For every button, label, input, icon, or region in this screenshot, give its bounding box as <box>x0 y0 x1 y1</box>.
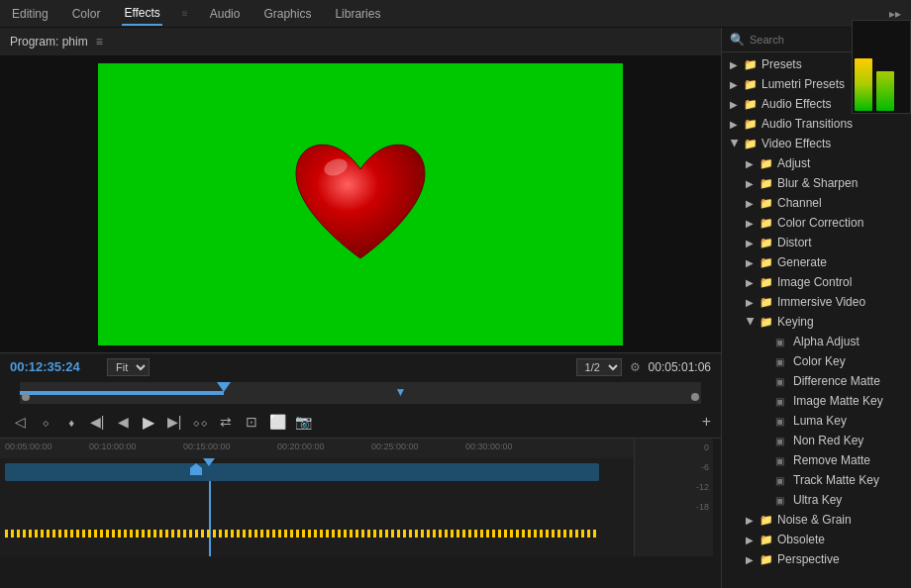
tree-item-difference-matte[interactable]: ▶ ▣ Difference Matte <box>754 371 911 391</box>
tree-item-keying[interactable]: ▶ 📁 Keying <box>738 312 911 332</box>
tree-item-color-key[interactable]: ▶ ▣ Color Key <box>754 351 911 371</box>
scrubber-fill <box>20 391 224 395</box>
tree-item-distort[interactable]: ▶ 📁 Distort <box>738 233 911 252</box>
tree-item-obsolete[interactable]: ▶ 📁 Obsolete <box>738 530 911 549</box>
tree-item-non-red-key[interactable]: ▶ ▣ Non Red Key <box>754 431 911 450</box>
tree-item-generate[interactable]: ▶ 📁 Generate <box>738 252 911 272</box>
monitor-header: Program: phim ≡ <box>0 28 721 55</box>
nav-editing[interactable]: Editing <box>10 3 51 25</box>
tree-item-track-matte-key[interactable]: ▶ ▣ Track Matte Key <box>754 470 911 490</box>
back-frame-button[interactable]: ◀| <box>87 414 107 430</box>
tree-label-obsolete: Obsolete <box>777 533 825 546</box>
effect-luma-key-icon: ▣ <box>775 416 789 427</box>
safe-margin-button[interactable]: ⊡ <box>242 414 261 430</box>
export-frame-button[interactable]: ⬜ <box>267 414 287 430</box>
tree-item-immersive-video[interactable]: ▶ 📁 Immersive Video <box>738 292 911 312</box>
mark-in-button[interactable]: ◁ <box>10 414 30 430</box>
tree-label-presets: Presets <box>761 57 802 71</box>
folder-blur-sharpen-icon: 📁 <box>759 177 773 190</box>
tree-label-color-key: Color Key <box>793 354 846 368</box>
tree-item-luma-key[interactable]: ▶ ▣ Luma Key <box>754 411 911 431</box>
tree-item-channel[interactable]: ▶ 📁 Channel <box>738 193 911 213</box>
tree-label-adjust: Adjust <box>777 156 810 170</box>
tree-item-image-matte-key[interactable]: ▶ ▣ Image Matte Key <box>754 391 911 411</box>
tree-label-audio-effects: Audio Effects <box>761 97 832 111</box>
tree-item-adjust[interactable]: ▶ 📁 Adjust <box>738 153 911 173</box>
folder-obsolete-icon: 📁 <box>759 534 773 546</box>
chevron-audio-effects: ▶ <box>730 99 740 110</box>
in-point-circle <box>22 393 30 401</box>
back-button[interactable]: ◀ <box>113 414 133 430</box>
tree-label-video-effects: Video Effects <box>761 137 831 150</box>
chevron-blur-sharpen: ▶ <box>746 178 756 189</box>
effect-remove-matte-icon: ▣ <box>775 455 789 466</box>
track-clip-1[interactable] <box>5 463 599 481</box>
tree-label-channel: Channel <box>777 196 822 210</box>
ruler-mark-0: 00:05:00:00 <box>5 441 52 451</box>
meter-label-2: -12 <box>696 482 709 492</box>
current-timecode: 00:12:35:24 <box>10 359 99 374</box>
folder-generate-icon: 📁 <box>759 256 773 269</box>
tree-item-image-control[interactable]: ▶ 📁 Image Control <box>738 272 911 292</box>
nav-audio[interactable]: Audio <box>208 3 243 25</box>
tree-item-color-correction[interactable]: ▶ 📁 Color Correction <box>738 213 911 233</box>
forward-button[interactable]: ▶| <box>164 414 184 430</box>
tree-item-alpha-adjust[interactable]: ▶ ▣ Alpha Adjust <box>754 332 911 351</box>
tree-label-non-red-key: Non Red Key <box>793 434 863 447</box>
meter-label-3: -18 <box>696 502 709 512</box>
folder-distort-icon: 📁 <box>759 237 773 249</box>
folder-image-control-icon: 📁 <box>759 276 773 289</box>
prev-edit-button[interactable]: ⬧ <box>61 414 81 430</box>
timeline-left[interactable]: 00:05:00:00 00:10:00:00 00:15:00:00 00:2… <box>0 439 634 556</box>
more-options-icon[interactable]: ▸▸ <box>889 7 901 21</box>
nav-color[interactable]: Color <box>70 3 103 25</box>
chevron-lumetri: ▶ <box>730 79 740 90</box>
tree-label-blur-sharpen: Blur & Sharpen <box>777 176 858 190</box>
duration-timecode: 00:05:01:06 <box>649 360 711 374</box>
play-button[interactable]: ▶ <box>139 413 158 432</box>
step-back-button[interactable]: ⬦ <box>36 414 55 430</box>
tree-item-audio-transitions[interactable]: ▶ 📁 Audio Transitions <box>722 114 911 134</box>
search-icon: 🔍 <box>730 33 745 47</box>
tree-label-difference-matte: Difference Matte <box>793 374 880 388</box>
tree-item-ultra-key[interactable]: ▶ ▣ Ultra Key <box>754 490 911 510</box>
chevron-perspective: ▶ <box>746 554 756 565</box>
tree-item-video-effects[interactable]: ▶ 📁 Video Effects <box>722 134 911 153</box>
timeline-meter: 0 -6 -12 -18 <box>634 439 713 556</box>
loop-button[interactable]: ⇄ <box>216 414 236 430</box>
nav-graphics[interactable]: Graphics <box>261 3 313 25</box>
monitor-menu-icon[interactable]: ≡ <box>96 35 103 49</box>
settings-icon[interactable]: ⚙ <box>630 360 641 374</box>
tree-item-blur-sharpen[interactable]: ▶ 📁 Blur & Sharpen <box>738 173 911 193</box>
ruler-mark-3: 00:20:00:00 <box>277 441 325 451</box>
tree-label-color-correction: Color Correction <box>777 216 863 230</box>
nav-effects[interactable]: Effects <box>122 2 161 26</box>
top-navigation: Editing Color Effects ≡ Audio Graphics L… <box>0 0 911 28</box>
playhead-triangle <box>203 458 215 466</box>
add-button[interactable]: + <box>702 413 711 431</box>
quality-dropdown[interactable]: 1/2 <box>576 358 622 376</box>
tree-item-remove-matte[interactable]: ▶ ▣ Remove Matte <box>754 450 911 470</box>
timeline-scrubber[interactable]: ▼ <box>20 382 701 404</box>
folder-keying-icon: 📁 <box>759 316 773 329</box>
nav-libraries[interactable]: Libraries <box>333 3 382 25</box>
next-edit-button[interactable]: ⬦⬦ <box>190 414 210 430</box>
controls-bar: 00:12:35:24 Fit 1/2 ⚙ 00:05:01:06 <box>0 352 721 380</box>
ruler-mark-2: 00:15:00:00 <box>183 441 231 451</box>
ruler-mark-4: 00:25:00:00 <box>371 441 419 451</box>
folder-channel-icon: 📁 <box>759 197 773 210</box>
fit-dropdown[interactable]: Fit <box>107 358 150 376</box>
tree-label-remove-matte: Remove Matte <box>793 453 870 467</box>
chevron-channel: ▶ <box>746 198 756 209</box>
tree-label-alpha-adjust: Alpha Adjust <box>793 335 860 348</box>
video-preview <box>0 55 721 352</box>
main-layout: Program: phim ≡ <box>0 28 911 588</box>
monitor-title: Program: phim <box>10 35 88 49</box>
tree-item-perspective[interactable]: ▶ 📁 Perspective <box>738 549 911 569</box>
camera-button[interactable]: 📷 <box>293 414 313 430</box>
ruler-mark-1: 00:10:00:00 <box>89 441 137 451</box>
audio-meter <box>852 20 911 114</box>
tree-item-noise-grain[interactable]: ▶ 📁 Noise & Grain <box>738 510 911 530</box>
effect-non-red-key-icon: ▣ <box>775 436 789 446</box>
tree-label-ultra-key: Ultra Key <box>793 493 842 507</box>
